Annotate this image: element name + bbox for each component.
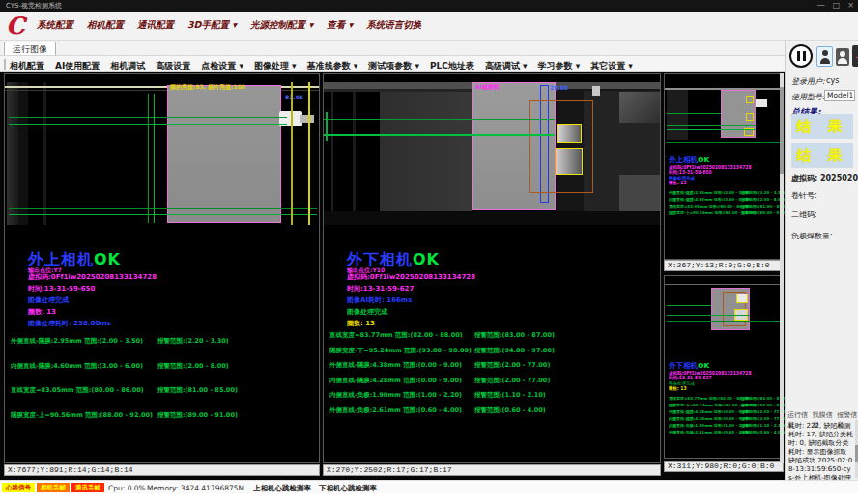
- pause-button[interactable]: [789, 44, 813, 68]
- cursor-readout-lower: X:270;Y:2502;R:17;G:17;B:17: [323, 464, 661, 476]
- measure-line: [324, 119, 555, 120]
- measurement-row: 外侧直线-隔膜:2.95mm 范围:(2.00 - 3.50)报警范围:(2.2…: [669, 190, 785, 196]
- rounds-line: 圈数: 13: [28, 307, 56, 317]
- measure-line-vertical: [154, 94, 155, 223]
- machine-band: [331, 92, 333, 225]
- menu-comm-config[interactable]: 通讯配置: [137, 19, 174, 32]
- ok-status: OK: [94, 250, 121, 268]
- virtual-code-line: 虚拟码:0Ff1iw20250208133134728: [28, 272, 157, 282]
- measurement-value: 内侧直线-隔膜:4.60mm 范围:(3.00 - 6.00): [11, 362, 157, 371]
- alarm-range: 报警范围:(83.00 - 87.00): [474, 331, 555, 340]
- tool-advanced-debug[interactable]: 高级调试 ▾: [485, 60, 528, 72]
- measurement-value: 直线宽度=83.05mm 范围:(80.00 - 86.00): [669, 204, 741, 210]
- menu-3d-config[interactable]: 3D手配置 ▾: [187, 19, 237, 32]
- measure-line-vertical: [326, 112, 328, 141]
- tab-run-image[interactable]: 运行图像: [4, 42, 56, 55]
- neg-weld-label: 负极焊数量:: [791, 231, 833, 241]
- alarm-range: 报警范围:(2.00 - 77.00): [474, 377, 550, 385]
- tool-other-settings[interactable]: 其它设置 ▾: [590, 60, 633, 72]
- statusbar: 心跳信号 相机丢帧 通讯丢帧 Cpu: 0.0% Memory: 3424.41…: [0, 480, 858, 493]
- camera-dropframe-badge: 相机丢帧: [37, 483, 70, 492]
- tool-ai-usage-config[interactable]: AI使用配置: [55, 60, 100, 72]
- menu-light-config[interactable]: 光源控制配置 ▾: [250, 19, 313, 32]
- tool-image-processing[interactable]: 图像处理 ▾: [254, 60, 297, 72]
- weld-box: [557, 124, 582, 143]
- weld-box: [736, 294, 748, 303]
- camera-viewport-upper[interactable]: 膜的亮值:93, 极片亮值:100 83.05: [5, 82, 319, 225]
- user-manage-button[interactable]: [836, 48, 849, 66]
- machine-band: [7, 82, 18, 225]
- menu-system-config[interactable]: 系统配置: [37, 19, 73, 32]
- control-sidebar: → 登录用户: cys 使用型号: Model1 总结果: 结 果 结 果 虚拟…: [785, 41, 858, 480]
- tool-spot-check[interactable]: 点检设置 ▾: [201, 60, 243, 72]
- camera-result-title: 外上相机OK: [669, 155, 785, 165]
- weld-box: [746, 113, 754, 121]
- measure-line: [667, 315, 750, 316]
- tool-advanced-settings[interactable]: 高级设置: [156, 60, 190, 72]
- scrollbar-thumb[interactable]: [780, 87, 784, 174]
- thumbnail-scrollbar[interactable]: [780, 73, 784, 463]
- tool-learning-params[interactable]: 学习参数 ▾: [538, 60, 581, 72]
- machine-band: [43, 82, 46, 225]
- close-button[interactable]: ×: [847, 0, 854, 12]
- thumbnail-panel-upper[interactable]: 外上相机OK 虚拟码:0Ff1iw20250208133134728 时间:13…: [664, 73, 784, 260]
- measurement-row: 内侧直线-隔膜:4.60mm 范围:(3.00 - 6.00) 报警范围:(2.…: [11, 362, 315, 371]
- measurement-row: 外侧直线-隔膜:4.38mm 范围:(0.00 - 9.00)报警范围:(2.0…: [669, 409, 785, 415]
- measurement-value: 隔膜宽度-上=90.56mm 范围:(88.00 - 92.00): [11, 411, 157, 420]
- alarm-range: 报警范围:(2.00 - 77.00): [474, 361, 550, 370]
- result-text: 结 果: [796, 118, 847, 135]
- exit-button[interactable]: →: [852, 45, 858, 67]
- tool-camera-config[interactable]: 相机配置: [10, 60, 44, 72]
- ok-status: OK: [698, 361, 709, 370]
- user-login-button[interactable]: [816, 46, 833, 67]
- thumbnail-panel-lower[interactable]: 外下相机OK 虚拟码:0Ff1iw20250208133134728 时间:13…: [664, 275, 784, 459]
- maximize-button[interactable]: □: [833, 0, 841, 12]
- measurement-value: 外侧直线-隔膜:2.95mm 范围:(2.00 - 3.50): [11, 337, 157, 346]
- measurement-row: 直线宽度=83.77mm 范围:(82.00 - 88.00)报警范围:(83.…: [669, 396, 785, 402]
- minimize-button[interactable]: —: [817, 0, 825, 12]
- measurement-row: 直线宽度=83.05mm 范围:(80.00 - 86.00)报警范围:(81.…: [669, 204, 785, 210]
- measurement-value: 内侧直线-隔膜:4.28mm 范围:(0.00 - 9.00): [329, 377, 474, 385]
- menu-view[interactable]: 查看 ▾: [327, 19, 353, 32]
- machine-highlight: [592, 86, 600, 96]
- user-icon: [817, 47, 832, 66]
- edge-line: [665, 284, 783, 285]
- measure-line: [667, 321, 781, 322]
- rounds-line: 圈数: 13: [347, 319, 375, 328]
- window-titlebar[interactable]: CYS-视觉检测系统 — □ ×: [0, 0, 858, 12]
- menu-camera-config[interactable]: 相机配置: [87, 19, 124, 32]
- ai-time-line: 图像AI耗时: 166ms: [347, 295, 412, 305]
- tab-strip: 运行图像: [0, 41, 785, 55]
- result-badge-lower: 结 果: [791, 143, 853, 168]
- measurement-value: 直线宽度=83.77mm 范围:(82.00 - 88.00): [329, 331, 474, 340]
- tool-test-params[interactable]: 测试项参数 ▾: [368, 60, 419, 72]
- camera-result-title: 外下相机OK: [669, 361, 785, 371]
- measurement-value: 直线宽度=83.05mm 范围:(80.00 - 86.00): [11, 386, 157, 395]
- camera-panel-upper: 膜的亮值:93, 极片亮值:100 83.05 外上相机OK 输出点位:Y7 虚…: [4, 73, 320, 463]
- time-line: 时间:13-31-59-627: [347, 284, 414, 294]
- tool-baseline-params[interactable]: 基准线参数 ▾: [307, 60, 358, 72]
- cursor-readout-upper: X:7677;Y:891;R:14;G:14;B:14: [4, 464, 320, 476]
- login-user-value: cys: [826, 76, 839, 85]
- toolbar-grip[interactable]: [4, 59, 6, 70]
- ok-status: OK: [413, 250, 440, 268]
- alarm-range: 报警范围:(89.00 - 91.00): [157, 411, 238, 420]
- brightness-overlay-label: 膜的亮值:93, 极片亮值:100: [170, 83, 245, 92]
- tab-connector-arm: [300, 115, 314, 123]
- tool-camera-debug[interactable]: 相机调试: [110, 60, 145, 72]
- ok-status: OK: [698, 155, 709, 164]
- camera-viewport-lower[interactable]: AI检测框 28.80: [324, 82, 660, 225]
- pause-icon: [803, 51, 806, 61]
- toolbar: 相机配置 AI使用配置 相机调试 高级设置 点检设置 ▾ 图像处理 ▾ 基准线参…: [0, 55, 785, 72]
- membrane-region: [167, 85, 281, 223]
- measurement-value: 隔膜宽度-下=95.24mm 范围:(93.00 - 98.00): [669, 403, 741, 408]
- menu-language-switch[interactable]: 系统语言切换: [366, 19, 421, 32]
- cpu-usage: Cpu: 0.0%: [108, 484, 146, 492]
- virtual-code-line: 虚拟码:0Ff1iw20250208133134728: [347, 272, 475, 282]
- weld-box: [556, 148, 583, 175]
- measure-line: [9, 208, 317, 209]
- tool-plc-address[interactable]: PLC地址表: [430, 60, 474, 72]
- model-select[interactable]: Model1: [824, 90, 855, 101]
- time-line: 时间:13-31-59-650: [28, 284, 95, 294]
- measure-line: [9, 214, 317, 215]
